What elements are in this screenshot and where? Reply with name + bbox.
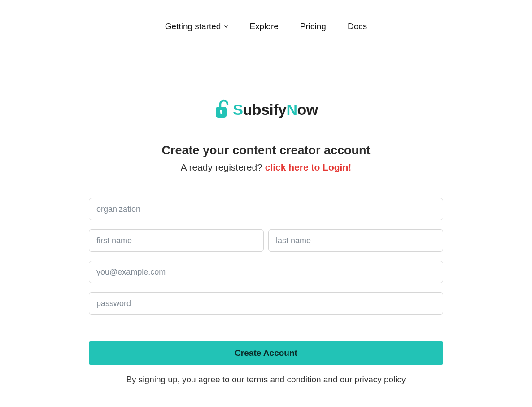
nav-getting-started[interactable]: Getting started xyxy=(165,22,228,31)
already-registered-text: Already registered? click here to Login! xyxy=(89,162,443,173)
password-field[interactable] xyxy=(89,292,443,315)
already-text: Already registered? xyxy=(181,162,265,172)
nav-label: Docs xyxy=(348,22,367,31)
terms-text: By signing up, you agree to our terms an… xyxy=(89,375,443,385)
brand-logo: SubsifyNow xyxy=(89,99,443,118)
brand-wordmark: SubsifyNow xyxy=(233,101,318,118)
page-title: Create your content creator account xyxy=(89,144,443,158)
login-link[interactable]: click here to Login! xyxy=(265,162,352,172)
organization-field[interactable] xyxy=(89,198,443,220)
first-name-field[interactable] xyxy=(89,229,264,252)
email-field[interactable] xyxy=(89,261,443,283)
signup-panel: SubsifyNow Create your content creator a… xyxy=(89,99,443,385)
nav-label: Explore xyxy=(249,22,278,31)
nav-label: Getting started xyxy=(165,22,221,31)
unlock-icon xyxy=(214,99,232,118)
create-account-button[interactable]: Create Account xyxy=(89,341,443,365)
chevron-down-icon xyxy=(223,24,228,28)
nav-pricing[interactable]: Pricing xyxy=(300,22,326,31)
nav-label: Pricing xyxy=(300,22,326,31)
nav-docs[interactable]: Docs xyxy=(348,22,367,31)
top-nav: Getting started Explore Pricing Docs xyxy=(0,0,532,31)
last-name-field[interactable] xyxy=(268,229,443,252)
nav-explore[interactable]: Explore xyxy=(249,22,278,31)
svg-rect-2 xyxy=(221,112,222,114)
signup-form: Create Account xyxy=(89,198,443,365)
